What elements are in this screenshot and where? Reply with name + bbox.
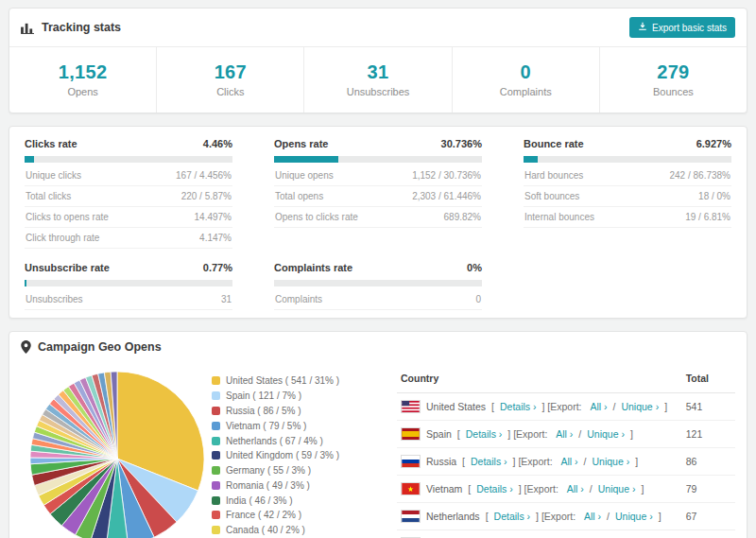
rate-value: 30.736% [441,138,482,149]
summary-label: Opens [9,86,156,97]
column-header-total: Total [682,364,735,393]
country-total: 121 [682,421,735,448]
legend-swatch [212,376,220,385]
progress-fill [524,156,538,163]
legend-label: United States ( 541 / 31% ) [226,375,339,386]
details-link[interactable]: Details › [494,511,531,522]
rate-stat-value: 14.497% [195,212,232,222]
legend-item: Canada ( 40 / 2% ) [212,523,382,538]
rate-stat-label: Total opens [275,191,323,201]
column-header-country: Country [397,364,682,393]
rate-stat-row: Complaints0 [274,289,482,310]
summary-label: Bounces [600,86,747,97]
details-link[interactable]: Details › [471,456,507,467]
export-unique-link[interactable]: Unique › [615,511,653,522]
export-unique-link[interactable]: Unique › [621,401,659,412]
table-row: United Kingdom[Details ›] [Export: All ›… [397,530,735,538]
legend-item: United States ( 541 / 31% ) [212,373,382,389]
rate-stat-label: Opens to clicks rate [275,212,358,222]
tracking-stats-title: Tracking stats [21,21,121,34]
legend-item: India ( 46 / 3% ) [212,493,382,508]
progress-fill [274,156,338,163]
legend-swatch [212,496,220,505]
bar-chart-icon [21,22,35,34]
export-unique-link[interactable]: Unique › [598,483,636,495]
summary-bounces: 279Bounces [599,47,747,113]
unsubscribe-rate-progress-bar [25,280,232,286]
rate-title: Clicks rate [25,138,77,149]
country-cell: United States[Details ›] [Export: All › … [397,393,682,421]
geo-opens-card: Campaign Geo Opens United States ( 541 /… [9,331,747,538]
flag-ru-icon [401,455,421,468]
legend-label: Spain ( 121 / 7% ) [226,390,301,401]
export-all-link[interactable]: All › [560,456,577,467]
export-all-link[interactable]: All › [590,401,607,412]
rate-stat-row: Unsubscribes31 [25,289,232,310]
country-name: Spain [426,428,452,440]
rate-stat-value: 220 / 5.87% [181,191,232,201]
export-all-link[interactable]: All › [556,428,573,440]
rate-value: 0% [467,262,482,273]
export-unique-link[interactable]: Unique › [587,428,625,440]
rate-title: Bounce rate [524,138,584,149]
bounce-rate-panel: Bounce rate6.927%Hard bounces242 / 86.73… [524,138,731,249]
rate-stat-label: Soft bounces [524,191,579,201]
clicks-rate-panel: Clicks rate4.46%Unique clicks167 / 4.456… [25,138,232,249]
complaints-rate-panel: Complaints rate0%Complaints0 [274,262,482,310]
rate-stat-label: Hard bounces [524,170,583,181]
progress-fill [25,156,34,163]
summary-opens: 1,152Opens [9,47,156,113]
details-link[interactable]: Details › [476,483,513,495]
complaints-rate-progress-bar [274,280,482,286]
summary-value: 1,152 [9,61,156,83]
rate-value: 6.927% [696,138,731,149]
rate-stat-value: 0 [475,294,481,304]
country-cell: Russia[Details ›] [Export: All › / Uniqu… [397,448,682,476]
rate-stat-label: Unique opens [275,170,334,181]
rate-stat-label: Clicks to opens rate [26,212,109,222]
details-link[interactable]: Details › [500,401,537,412]
details-link[interactable]: Details › [466,428,503,440]
export-all-link[interactable]: All › [567,483,584,495]
legend-swatch [212,451,220,460]
country-total: 86 [682,448,735,476]
rate-value: 4.46% [203,138,232,149]
table-row: United States[Details ›] [Export: All › … [397,393,735,421]
legend-swatch [212,422,220,430]
unsubscribe-rate-panel: Unsubscribe rate0.77%Unsubscribes31 [25,262,232,310]
summary-value: 0 [453,61,599,83]
tracking-stats-page: Tracking stats Export basic stats 1,152O… [0,0,756,538]
legend-item: Netherlands ( 67 / 4% ) [212,433,382,448]
summary-clicks: 167Clicks [156,47,303,113]
country-cell: United Kingdom[Details ›] [Export: All ›… [397,530,682,538]
export-unique-link[interactable]: Unique › [593,456,630,467]
table-row: Russia[Details ›] [Export: All › / Uniqu… [397,448,735,476]
legend-label: Canada ( 40 / 2% ) [226,525,305,535]
rate-stat-row: Clicks to opens rate14.497% [25,207,232,228]
rate-stat-row: Opens to clicks rate689.82% [274,207,482,228]
summary-complaints: 0Complaints [452,47,599,113]
rate-stat-value: 167 / 4.456% [176,170,232,181]
rate-stat-row: Unique opens1,152 / 30.736% [274,165,482,186]
clicks-rate-progress-bar [25,156,232,163]
rate-stat-value: 18 / 0% [698,191,730,201]
tracking-stats-header: Tracking stats Export basic stats [9,9,747,47]
rate-stat-row: Hard bounces242 / 86.738% [524,165,731,186]
table-row: Spain[Details ›] [Export: All › / Unique… [397,421,735,448]
export-all-link[interactable]: All › [584,511,601,522]
geo-opens-pie-chart [28,370,206,538]
legend-swatch [212,437,220,445]
legend-swatch [212,391,220,400]
summary-stats-row: 1,152Opens167Clicks31Unsubscribes0Compla… [9,47,747,113]
rate-stat-row: Internal bounces19 / 6.81% [524,207,731,228]
legend-item: United Kingdom ( 59 / 3% ) [212,448,382,463]
rate-stat-label: Complaints [275,294,322,304]
opens-rate-progress-bar [274,156,482,163]
export-basic-stats-button[interactable]: Export basic stats [629,17,735,38]
country-total: 79 [682,476,735,503]
legend-item: Russia ( 86 / 5% ) [212,404,382,419]
legend-item: France ( 42 / 2% ) [212,508,382,523]
legend-swatch [212,481,220,490]
geo-opens-table: CountryTotal United States[Details ›] [E… [397,364,735,538]
legend-label: Vietnam ( 79 / 5% ) [226,421,306,431]
